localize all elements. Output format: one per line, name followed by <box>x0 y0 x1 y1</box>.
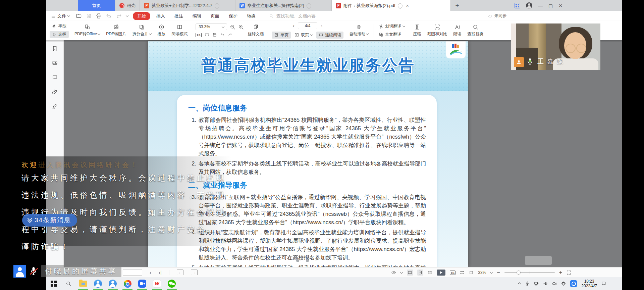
zoom-slider-knob[interactable] <box>517 271 521 275</box>
pin-icon[interactable] <box>306 2 312 9</box>
zoom-out-button[interactable]: − <box>497 270 500 276</box>
save-icon[interactable] <box>86 13 92 19</box>
taskbar-wps[interactable]: W <box>150 277 164 290</box>
file-menu[interactable]: 文件 <box>51 13 70 19</box>
menu-page[interactable]: 页面 <box>206 12 224 20</box>
menu-home[interactable]: 开始 <box>133 12 150 20</box>
continuous-read-icon[interactable] <box>407 270 413 276</box>
zoom-out-icon[interactable] <box>230 24 235 30</box>
menu-insert[interactable]: 插入 <box>152 12 170 20</box>
zoom-slider[interactable] <box>504 270 555 275</box>
zoom-select[interactable]: 33.3% <box>196 23 227 30</box>
single-page-icon[interactable] <box>417 270 423 276</box>
read-aloud-button[interactable]: 朗读 <box>450 23 464 38</box>
pin-icon[interactable] <box>397 2 404 9</box>
microphone-icon[interactable] <box>525 281 530 286</box>
taskbar-app-blue-1[interactable] <box>91 277 105 290</box>
camera-device-icon[interactable] <box>552 281 557 286</box>
pdf-to-office-button[interactable]: PDF转Office <box>71 23 103 38</box>
fit-width-icon[interactable] <box>205 33 209 37</box>
network-icon[interactable] <box>534 281 539 286</box>
new-messages-pill[interactable]: 34条新消息 <box>22 214 77 227</box>
open-folder-icon[interactable] <box>76 13 82 19</box>
redo-icon[interactable] <box>116 13 122 19</box>
page-indicator[interactable]: 4/4 <box>298 22 318 29</box>
start-button[interactable] <box>46 277 61 290</box>
pin-icon[interactable] <box>214 2 220 9</box>
double-page-button[interactable]: 双页 <box>292 32 315 39</box>
continuous-read-button[interactable]: 连续阅读 <box>316 32 343 39</box>
blue-o-app-icon[interactable] <box>570 280 577 287</box>
hand-tool-button[interactable]: 手型 <box>50 23 69 30</box>
close-button[interactable]: ✕ <box>558 3 562 8</box>
forward-location-icon[interactable]: → <box>191 270 198 275</box>
eye-protect-icon[interactable] <box>391 270 396 275</box>
full-translate-button[interactable]: 全文翻译 <box>376 31 407 38</box>
bookmark-icon[interactable] <box>52 46 58 51</box>
taskbar-tencent-meeting[interactable] <box>135 277 150 290</box>
read-mode-button[interactable]: 阅读模式 <box>168 23 191 38</box>
tab-close-icon[interactable]: × <box>406 3 409 8</box>
taskbar-app-blue-2[interactable] <box>105 277 120 290</box>
minimize-button[interactable]: — <box>538 3 543 8</box>
actual-size-icon[interactable]: 1:1 <box>196 33 202 37</box>
zoom-in-button[interactable]: + <box>559 270 562 276</box>
chevron-down-icon[interactable] <box>400 271 402 273</box>
taskbar-file-explorer[interactable] <box>76 277 91 290</box>
prev-page-button[interactable]: ‹ <box>293 23 294 28</box>
tab-word-doc[interactable]: W 毕业生注册和关...操作指南(2) <box>235 0 332 11</box>
floating-button[interactable] <box>525 256 552 265</box>
sharer-avatar[interactable] <box>13 265 26 278</box>
menu-convert[interactable]: 转换 <box>242 12 260 20</box>
tab-ppt-doc[interactable]: P 就业政策+全日制学...T2022.4.7 <box>140 0 235 11</box>
rotate-left-icon[interactable] <box>220 33 225 37</box>
tab-home[interactable]: 首页 <box>78 0 115 11</box>
next-page-icon[interactable]: › <box>150 270 151 275</box>
next-page-button[interactable]: › <box>321 23 322 28</box>
menu-comment[interactable]: 批注 <box>170 12 188 20</box>
tab-docer[interactable]: 稻壳 <box>115 0 140 11</box>
signature-icon[interactable] <box>52 103 58 109</box>
fit-page-icon[interactable] <box>469 270 474 275</box>
attachment-icon[interactable] <box>52 89 58 95</box>
new-tab-button[interactable]: + <box>451 0 464 11</box>
fit-page-icon[interactable] <box>212 33 217 37</box>
taskbar-wechat[interactable] <box>164 277 179 290</box>
auto-scroll-button[interactable]: 自动滚动 <box>346 23 371 38</box>
sync-status[interactable]: 未同步 <box>488 11 506 21</box>
rotate-right-icon[interactable] <box>228 33 232 37</box>
pdf-to-image-button[interactable]: PDF转图片 <box>103 23 129 38</box>
select-tool-button[interactable]: 选择 <box>50 31 69 38</box>
taskbar-search[interactable] <box>61 277 76 290</box>
back-location-icon[interactable]: ← <box>177 270 183 275</box>
maximize-button[interactable]: ▢ <box>548 3 553 8</box>
menu-protect[interactable]: 保护 <box>224 12 242 20</box>
play-slideshow-button[interactable] <box>437 270 445 276</box>
workspace-grid-icon[interactable] <box>515 3 520 8</box>
fit-width-icon[interactable] <box>460 270 465 275</box>
double-page-icon[interactable] <box>428 270 432 275</box>
mic-muted-icon[interactable] <box>30 267 38 276</box>
word-translate-button[interactable]: 划词翻译 <box>376 23 407 30</box>
undo-icon[interactable] <box>106 13 112 19</box>
tray-expand-icon[interactable] <box>518 283 521 286</box>
search-box[interactable] <box>269 13 327 19</box>
screenshot-compare-button[interactable]: 截图和对比 <box>424 23 450 38</box>
find-replace-button[interactable]: 查找替换 <box>464 23 486 38</box>
more-actions-chevron-icon[interactable] <box>126 14 128 17</box>
chevron-down-icon[interactable] <box>490 271 493 273</box>
print-icon[interactable] <box>96 13 102 19</box>
tab-pdf-doc-active[interactable]: P 附件：就业政策海报(2).pdf × <box>332 0 451 11</box>
last-page-icon[interactable]: ›| <box>159 270 162 275</box>
webcam-video[interactable]: 王嘉豫 <box>511 23 600 70</box>
compress-button[interactable]: 压缩 <box>410 23 424 38</box>
comment-icon[interactable] <box>52 75 58 80</box>
zoom-in-icon[interactable] <box>238 24 244 30</box>
volume-icon[interactable] <box>543 281 548 286</box>
account-avatar[interactable] <box>526 2 532 9</box>
thumbnail-image-icon[interactable] <box>52 60 58 66</box>
split-merge-button[interactable]: 拆分合并 <box>129 23 154 38</box>
actual-size-icon[interactable]: 1:1 <box>450 271 456 275</box>
fullscreen-icon[interactable] <box>567 270 571 275</box>
zoom-level[interactable]: 33% <box>478 270 486 275</box>
